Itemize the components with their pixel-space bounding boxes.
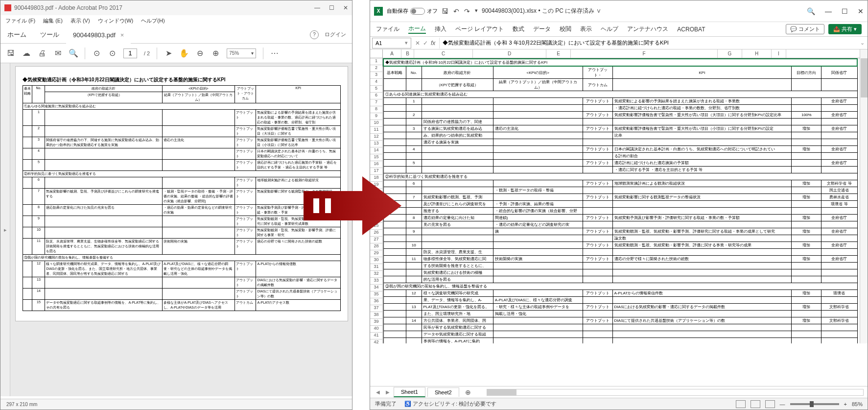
table-row[interactable]: 8適応効果の定量化に向けた知間連鎖)アウトプット気候変動予測及び影響予測・評価研…: [383, 215, 857, 221]
table-row[interactable]: 論文数: [383, 235, 857, 242]
row-header-11[interactable]: 11: [370, 127, 382, 134]
row-header-16[interactable]: 16: [370, 161, 382, 168]
table-row[interactable]: 推進する・総合的な影響の評価の実施（統合影響、分野: [383, 208, 857, 215]
menu-view[interactable]: 表示 (V): [70, 17, 90, 24]
sheet-tab-1[interactable]: Sheet1: [394, 387, 425, 397]
tab-home[interactable]: ホーム: [0, 26, 33, 44]
row-header-27[interactable]: 27: [370, 237, 382, 243]
table-row[interactable]: 3する施策に気候変動適応を組み込適応の主流化アウトプット気候変動影響評価報告書で…: [383, 125, 857, 132]
row-header-13[interactable]: 13: [370, 141, 382, 147]
horizontal-scrollbar[interactable]: [487, 389, 864, 396]
sheet-nav-next[interactable]: ▶: [384, 389, 392, 395]
view-normal-icon[interactable]: [736, 400, 746, 408]
sheet-nav-prev[interactable]: ◀: [374, 389, 382, 395]
row-header-32[interactable]: 32: [370, 271, 382, 278]
row-header-33[interactable]: 33: [370, 278, 382, 285]
name-box[interactable]: A1▾: [372, 38, 411, 48]
row-header-6[interactable]: 6: [370, 93, 382, 99]
view-pagebreak-icon[interactable]: [765, 400, 775, 408]
row-header-30[interactable]: 30: [370, 257, 382, 264]
zoom-in-button[interactable]: +: [844, 401, 847, 407]
col-header-B[interactable]: B: [401, 49, 414, 58]
table-row[interactable]: 2アウトプット気候変動影響評価報告書で緊急性・重大性が高い項目（大項目）に関する…: [383, 112, 857, 119]
cell-a1[interactable]: ◆気候変動適応計画（令和3年10月22日閣議決定）において設定する基盤的施策に関…: [383, 59, 857, 66]
menu-edit[interactable]: 編集 (E): [43, 17, 63, 24]
table-row[interactable]: 4アウトプット日本の閣議決定された基本計画・白書のうち、気候変動適応への対応につ…: [383, 146, 857, 153]
table-row[interactable]: 事例等の情報を、A-PLATに集約: [383, 338, 857, 344]
table-row[interactable]: 及び評価並びにこれらの調査研究を・予測・評価の実施、結果の整備環境省 等: [383, 201, 857, 208]
search-icon[interactable]: 🔍: [807, 7, 815, 15]
ribbon-help[interactable]: ヘルプ: [601, 25, 618, 33]
table-row[interactable]: 10アウトプット気候変動観測・監視、気候変動・影響予測、評価に関する事業・研究等…: [383, 242, 857, 249]
row-header-38[interactable]: 38: [370, 312, 382, 319]
table-row[interactable]: 1アウトプット気候変動による影響の予測結果を踏まえた施策が含まれる取組・事業数全…: [383, 98, 857, 105]
ribbon-insert[interactable]: 挿入: [435, 25, 446, 33]
table-row[interactable]: る計画の割合: [383, 153, 857, 160]
fx-icon[interactable]: fx: [431, 40, 435, 47]
ribbon-formulas[interactable]: 数式: [513, 25, 524, 33]
row-header-40[interactable]: 40: [370, 326, 382, 333]
row-header-29[interactable]: 29: [370, 250, 382, 257]
redo-icon[interactable]: ↷: [464, 7, 470, 15]
table-row[interactable]: 的な活用を図る: [383, 276, 857, 283]
zoom-slider[interactable]: [790, 403, 839, 405]
menu-window[interactable]: ウィンドウ(W): [98, 17, 134, 24]
ribbon-acrobat[interactable]: ACROBAT: [677, 26, 705, 33]
undo-icon[interactable]: ↶: [453, 7, 459, 15]
cloud-icon[interactable]: ☁: [22, 49, 31, 58]
table-row[interactable]: 見の充実を図る・適応の効果の定量化などの調査研究の実: [383, 221, 857, 228]
ribbon-home[interactable]: ホーム: [408, 24, 426, 34]
col-header-I[interactable]: I: [772, 49, 786, 58]
row-header-12[interactable]: 12: [370, 134, 382, 141]
maximize-button[interactable]: ☐: [329, 4, 334, 11]
ribbon-review[interactable]: 校閲: [560, 25, 571, 33]
table-row[interactable]: 5アウトプット適応計画に紐づけられた適応施策の予算額全府省庁: [383, 160, 857, 167]
table-row[interactable]: ・適応に関する予算 ・適応を主目的とする予算 等: [383, 167, 857, 173]
row-header-10[interactable]: 10: [370, 120, 382, 127]
ribbon-view[interactable]: 表示: [580, 25, 592, 33]
menu-file[interactable]: ファイル (F): [5, 17, 35, 24]
table-row[interactable]: 気候変動適応における技術の積極: [383, 269, 857, 276]
table-row[interactable]: する技術開発を推進するとともに、: [383, 263, 857, 269]
row-header-28[interactable]: 28: [370, 243, 382, 250]
formula-input[interactable]: ◆気候変動適応計画（令和 3 年10月22日閣議決定）において設定する基盤的施策…: [439, 38, 857, 48]
row-header-3[interactable]: 3: [370, 72, 382, 79]
help-icon[interactable]: ?: [310, 30, 319, 39]
page-up-icon[interactable]: ⊙: [92, 49, 101, 58]
close-button[interactable]: ✕: [858, 7, 864, 15]
ribbon-pagelayout[interactable]: ページ レイアウト: [455, 25, 504, 33]
zoom-out-button[interactable]: —: [780, 401, 785, 407]
menu-help[interactable]: ヘルプ(H): [141, 17, 164, 24]
ribbon-data[interactable]: データ: [533, 25, 551, 33]
row-header-8[interactable]: 8: [370, 106, 382, 113]
select-all-corner[interactable]: [370, 49, 383, 58]
row-header-17[interactable]: 17: [370, 168, 382, 175]
add-sheet-button[interactable]: ⊕: [461, 388, 475, 396]
more-icon[interactable]: ⋯: [270, 49, 279, 58]
row-header-1[interactable]: 1: [370, 58, 382, 65]
row-header-36[interactable]: 36: [370, 298, 382, 305]
table-row[interactable]: また、国立環境研究所・地掲載し活用・強化: [383, 311, 857, 317]
excel-grid[interactable]: ABCDEFGHI 123456789101112131415161718192…: [370, 49, 868, 343]
col-header-F[interactable]: F: [571, 49, 718, 58]
formula-expand-icon[interactable]: ⌄: [857, 40, 868, 46]
row-header-37[interactable]: 37: [370, 305, 382, 312]
table-row[interactable]: み、効果的かつ効率的に気候変動比率: [383, 132, 857, 139]
ribbon-antenna[interactable]: アンテナハウス: [627, 25, 668, 33]
table-row[interactable]: 12様々な調査研究機関等の研究成アウトプットA-PLATからの情報発信件数増加環…: [383, 290, 857, 297]
zoom-level[interactable]: 85%: [852, 401, 863, 407]
acrobat-sidebar-toggle[interactable]: ▸: [0, 63, 10, 396]
row-header-39[interactable]: 39: [370, 319, 382, 326]
row-header-15[interactable]: 15: [370, 154, 382, 161]
save-icon[interactable]: 🖫: [6, 49, 15, 58]
share-button[interactable]: 📤 共有 ▾: [828, 24, 862, 34]
page-number-input[interactable]: [123, 48, 137, 58]
table-row[interactable]: 適応する施策を実施: [383, 139, 857, 146]
view-pagelayout-icon[interactable]: [751, 400, 760, 408]
col-header-D[interactable]: D: [473, 49, 546, 58]
autosave-toggle[interactable]: 自動保存 オフ: [387, 7, 438, 15]
table-row[interactable]: 11物多様性保全等、気候変動適応に関技術開発の実施アウトプット適応の分野で様々に…: [383, 256, 857, 263]
print-icon[interactable]: 🖨: [38, 49, 47, 58]
vertical-scrollbar[interactable]: [860, 49, 868, 343]
col-header-A[interactable]: A: [383, 49, 401, 58]
